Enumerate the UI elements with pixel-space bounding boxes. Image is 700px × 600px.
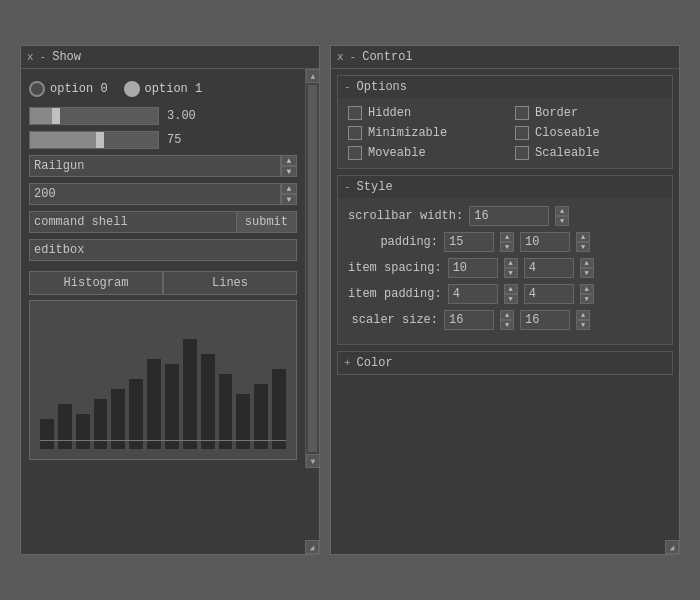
checkbox-minimizable-box[interactable] — [348, 126, 362, 140]
number-down[interactable]: ▼ — [281, 194, 297, 205]
left-panel: x - Show option 0 option 1 — [20, 45, 320, 555]
scrollbar-width-input[interactable] — [469, 206, 549, 226]
padding-h-down[interactable]: ▼ — [576, 242, 590, 252]
style-section-header[interactable]: - Style — [338, 176, 672, 198]
checkbox-closeable-label: Closeable — [535, 126, 600, 140]
number-up[interactable]: ▲ — [281, 183, 297, 194]
options-section-header[interactable]: - Options — [338, 76, 672, 98]
padding-h-input[interactable] — [520, 232, 570, 252]
radio-label-1: option 1 — [145, 82, 203, 96]
dropdown-spinners: ▲ ▼ — [281, 155, 297, 177]
number-spinners: ▲ ▼ — [281, 183, 297, 205]
checkbox-moveable[interactable]: Moveable — [348, 146, 495, 160]
item-spacing-v-up[interactable]: ▲ — [504, 258, 518, 268]
item-spacing-h-input[interactable] — [524, 258, 574, 278]
scaler-size-h-up[interactable]: ▲ — [576, 310, 590, 320]
slider-1[interactable] — [29, 107, 159, 125]
color-toggle[interactable]: + — [344, 357, 351, 369]
item-padding-h-up[interactable]: ▲ — [580, 284, 594, 294]
padding-h-spinner: ▲ ▼ — [576, 232, 590, 252]
checkbox-hidden[interactable]: Hidden — [348, 106, 495, 120]
checkbox-hidden-box[interactable] — [348, 106, 362, 120]
item-spacing-h-up[interactable]: ▲ — [580, 258, 594, 268]
checkbox-border-box[interactable] — [515, 106, 529, 120]
radio-filled-1[interactable] — [124, 81, 140, 97]
radio-option-0[interactable]: option 0 — [29, 81, 108, 97]
scroll-up-arrow[interactable]: ▲ — [306, 69, 320, 83]
cmd-input[interactable] — [29, 211, 236, 233]
scrollbar-width-spinner: ▲ ▼ — [555, 206, 569, 226]
item-padding-v-up[interactable]: ▲ — [504, 284, 518, 294]
scaler-size-h-down[interactable]: ▼ — [576, 320, 590, 330]
scroll-down-arrow[interactable]: ▼ — [306, 454, 320, 468]
scaler-size-label: scaler size: — [348, 313, 438, 327]
item-spacing-v-input[interactable] — [448, 258, 498, 278]
style-toggle[interactable]: - — [344, 181, 351, 193]
tab-lines[interactable]: Lines — [163, 271, 297, 295]
right-panel-resize[interactable]: ◢ — [665, 540, 679, 554]
dropdown-input[interactable] — [29, 155, 281, 177]
scaler-size-v-spinner: ▲ ▼ — [500, 310, 514, 330]
radio-row: option 0 option 1 — [29, 77, 297, 101]
slider-2-value: 75 — [167, 133, 203, 147]
hist-bar — [272, 369, 286, 449]
scroll-thumb[interactable] — [308, 85, 317, 452]
dropdown-down[interactable]: ▼ — [281, 166, 297, 177]
item-padding-row: item padding: ▲ ▼ ▲ ▼ — [348, 284, 662, 304]
histogram-area — [29, 300, 297, 460]
padding-h-up[interactable]: ▲ — [576, 232, 590, 242]
item-padding-h-down[interactable]: ▼ — [580, 294, 594, 304]
checkbox-border[interactable]: Border — [515, 106, 662, 120]
slider-1-value: 3.00 — [167, 109, 203, 123]
scaler-size-v-down[interactable]: ▼ — [500, 320, 514, 330]
style-section-body: scrollbar width: ▲ ▼ padding: ▲ ▼ — [338, 198, 672, 344]
hist-bar — [165, 364, 179, 449]
checkbox-scaleable-label: Scaleable — [535, 146, 600, 160]
scrollbar-width-down[interactable]: ▼ — [555, 216, 569, 226]
checkbox-closeable[interactable]: Closeable — [515, 126, 662, 140]
checkbox-minimizable[interactable]: Minimizable — [348, 126, 495, 140]
options-section-title: Options — [357, 80, 407, 94]
item-padding-h-input[interactable] — [524, 284, 574, 304]
scrollbar-width-up[interactable]: ▲ — [555, 206, 569, 216]
radio-circle-0[interactable] — [29, 81, 45, 97]
hist-bar — [183, 339, 197, 449]
right-panel: x - Control - Options Hidden — [330, 45, 680, 555]
dropdown-up[interactable]: ▲ — [281, 155, 297, 166]
editbox-input[interactable] — [29, 239, 297, 261]
right-panel-minimize[interactable]: - — [350, 51, 357, 63]
padding-v-up[interactable]: ▲ — [500, 232, 514, 242]
item-spacing-row: item spacing: ▲ ▼ ▲ ▼ — [348, 258, 662, 278]
checkbox-moveable-box[interactable] — [348, 146, 362, 160]
scaler-size-v-input[interactable] — [444, 310, 494, 330]
options-toggle[interactable]: - — [344, 81, 351, 93]
padding-v-input[interactable] — [444, 232, 494, 252]
left-panel-scrollbar[interactable]: ▲ ▼ — [305, 69, 319, 468]
radio-label-0: option 0 — [50, 82, 108, 96]
hist-bar — [147, 359, 161, 449]
right-panel-close[interactable]: x — [337, 51, 344, 63]
scaler-size-row: scaler size: ▲ ▼ ▲ ▼ — [348, 310, 662, 330]
hist-bar — [219, 374, 233, 449]
tab-histogram[interactable]: Histogram — [29, 271, 163, 295]
padding-v-down[interactable]: ▼ — [500, 242, 514, 252]
checkbox-scaleable[interactable]: Scaleable — [515, 146, 662, 160]
radio-option-1[interactable]: option 1 — [124, 81, 203, 97]
item-padding-v-input[interactable] — [448, 284, 498, 304]
hist-bar — [129, 379, 143, 449]
slider-2[interactable] — [29, 131, 159, 149]
checkbox-scaleable-box[interactable] — [515, 146, 529, 160]
item-padding-v-down[interactable]: ▼ — [504, 294, 518, 304]
scaler-size-v-up[interactable]: ▲ — [500, 310, 514, 320]
scaler-size-h-input[interactable] — [520, 310, 570, 330]
left-panel-resize[interactable]: ◢ — [305, 540, 319, 554]
number-input[interactable] — [29, 183, 281, 205]
item-spacing-v-down[interactable]: ▼ — [504, 268, 518, 278]
checkbox-closeable-box[interactable] — [515, 126, 529, 140]
cmd-submit-button[interactable]: submit — [236, 211, 297, 233]
left-panel-close[interactable]: x — [27, 51, 34, 63]
color-section-header[interactable]: + Color — [338, 352, 672, 374]
tabs-row: Histogram Lines — [29, 271, 297, 295]
item-spacing-h-down[interactable]: ▼ — [580, 268, 594, 278]
left-panel-minimize[interactable]: - — [40, 51, 47, 63]
